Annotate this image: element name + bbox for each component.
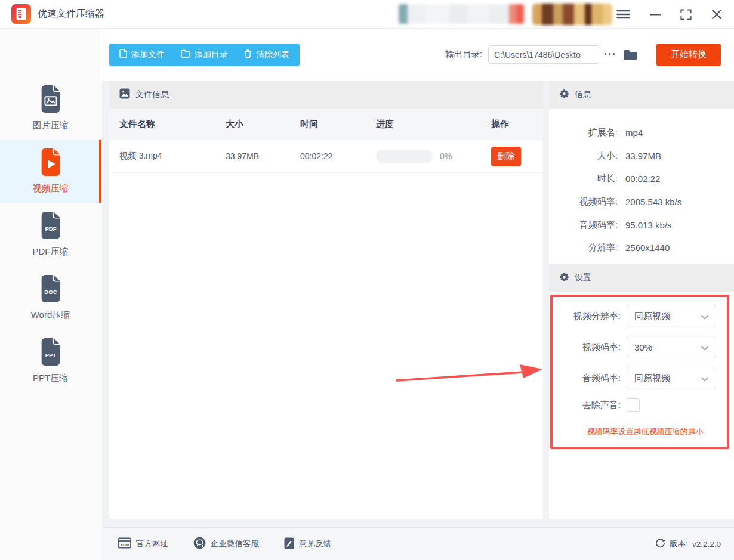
maximize-icon[interactable] <box>679 8 693 21</box>
file-time-cell: 00:02:22 <box>300 151 376 161</box>
ppt-compress-icon: PPT <box>37 338 64 369</box>
video-resolution-row: 视频分辨率: 同原视频 <box>549 305 734 327</box>
info-panel-title: 信息 <box>575 89 591 100</box>
file-panel-title: 文件信息 <box>135 89 169 100</box>
version-value: v2.2.2.0 <box>692 540 721 549</box>
delete-button[interactable]: 删除 <box>491 147 521 166</box>
word-compress-icon: DOC <box>37 274 64 305</box>
menu-icon[interactable] <box>615 8 631 20</box>
sidebar-item-label: 图片压缩 <box>33 120 69 131</box>
browser-com-icon: .com <box>118 537 131 550</box>
info-row-extension: 扩展名: mp4 <box>549 121 734 144</box>
video-resolution-select[interactable]: 同原视频 <box>627 305 716 327</box>
col-file-name: 文件名称 <box>119 119 226 130</box>
sidebar: 图片压缩 视频压缩 PDF PDF压缩 DOC <box>0 29 101 560</box>
remove-audio-row: 去除声音: <box>549 398 734 412</box>
audio-bitrate-row: 音频码率: 同原视频 <box>549 367 734 389</box>
video-bitrate-select[interactable]: 30% <box>627 336 716 358</box>
redacted-user-info <box>399 4 524 24</box>
start-convert-button[interactable]: 开始转换 <box>656 44 721 66</box>
info-row-audio-bitrate: 音频码率: 95.013 kb/s <box>549 214 734 237</box>
browse-more-button[interactable]: ··· <box>604 48 616 61</box>
svg-text:DOC: DOC <box>44 289 57 295</box>
output-dir-label: 输出目录: <box>445 49 482 60</box>
app-logo-icon <box>11 4 31 24</box>
settings-panel-title: 设置 <box>575 273 591 283</box>
footer-links: .com 官方网址 企业微信客服 <box>102 537 331 551</box>
official-website-link[interactable]: .com 官方网址 <box>118 537 168 550</box>
info-panel-header: 信息 <box>549 81 734 109</box>
progress-cell: 0% <box>376 150 491 163</box>
settings-panel-header: 设置 <box>549 264 734 292</box>
file-actions-group: 添加文件 添加目录 清除列表 <box>109 44 300 66</box>
folder-plus-icon <box>181 49 190 60</box>
col-progress: 进度 <box>376 119 491 130</box>
sidebar-item-label: 视频压缩 <box>33 183 69 194</box>
sidebar-item-label: PDF压缩 <box>33 246 69 258</box>
file-name-cell: 视频-3.mp4 <box>119 151 226 162</box>
svg-text:PDF: PDF <box>45 225 56 232</box>
image-compress-icon <box>37 85 64 116</box>
wechat-chat-icon <box>193 537 206 551</box>
info-row-duration: 时长: 00:02:22 <box>549 167 734 190</box>
action-cell: 删除 <box>491 147 533 166</box>
open-folder-icon[interactable] <box>623 48 638 61</box>
info-row-video-bitrate: 视频码率: 2005.543 kb/s <box>549 190 734 214</box>
wechat-service-link[interactable]: 企业微信客服 <box>193 537 259 551</box>
info-row-resolution: 分辨率: 2560x1440 <box>549 236 734 259</box>
output-dir-input[interactable] <box>488 45 599 64</box>
sidebar-item-label: Word压缩 <box>31 310 70 321</box>
file-plus-icon <box>119 49 127 60</box>
col-size: 大小 <box>226 119 300 130</box>
info-settings-panel: 信息 扩展名: mp4 大小: 33.97MB 时长: 00:02:22 视频码… <box>549 81 734 519</box>
chevron-down-icon <box>701 311 708 321</box>
version-label: 版本: <box>670 539 688 549</box>
window-controls <box>615 0 723 29</box>
sidebar-item-word-compress[interactable]: DOC Word压缩 <box>0 266 101 329</box>
app-title: 优速文件压缩器 <box>38 8 104 20</box>
toolbar: 添加文件 添加目录 清除列表 <box>102 29 734 81</box>
table-row[interactable]: 视频-3.mp4 33.97MB 00:02:22 0% 删除 <box>109 140 543 173</box>
col-action: 操作 <box>491 119 533 130</box>
trash-icon <box>244 49 252 60</box>
bottom-bar: .com 官方网址 企业微信客服 <box>102 527 734 560</box>
titlebar: 优速文件压缩器 <box>0 0 734 29</box>
refresh-icon[interactable] <box>655 538 665 550</box>
sidebar-item-image-compress[interactable]: 图片压缩 <box>0 76 101 140</box>
main-content: 添加文件 添加目录 清除列表 <box>102 29 734 560</box>
feedback-link[interactable]: 意见反馈 <box>284 537 331 551</box>
video-compress-icon <box>37 148 64 179</box>
audio-bitrate-select[interactable]: 同原视频 <box>627 367 716 389</box>
file-info-panel: 文件信息 文件名称 大小 时间 进度 操作 视频-3.mp4 33.97MB 0… <box>109 81 543 519</box>
bitrate-hint-text: 视频码率设置越低视频压缩的越小 <box>549 426 734 437</box>
version-area: 版本: v2.2.2.0 <box>655 538 721 550</box>
add-file-button[interactable]: 添加文件 <box>119 49 165 60</box>
sidebar-item-label: PPT压缩 <box>33 373 68 384</box>
media-info-list: 扩展名: mp4 大小: 33.97MB 时长: 00:02:22 视频码率: … <box>549 109 734 264</box>
output-cluster: 输出目录: ··· 开始转换 <box>445 44 721 66</box>
close-icon[interactable] <box>710 8 723 21</box>
sidebar-item-ppt-compress[interactable]: PPT PPT压缩 <box>0 329 101 392</box>
remove-audio-checkbox[interactable] <box>627 398 640 412</box>
clear-list-button[interactable]: 清除列表 <box>244 49 289 60</box>
svg-text:PPT: PPT <box>45 352 56 358</box>
photo-icon <box>119 88 130 101</box>
progress-bar <box>376 150 433 163</box>
pdf-compress-icon: PDF <box>37 211 64 242</box>
minimize-icon[interactable] <box>649 8 662 20</box>
feedback-pen-icon <box>284 537 294 551</box>
chevron-down-icon <box>701 342 708 352</box>
file-panel-header: 文件信息 <box>109 81 543 109</box>
add-directory-button[interactable]: 添加目录 <box>181 49 228 60</box>
sidebar-item-pdf-compress[interactable]: PDF PDF压缩 <box>0 203 101 266</box>
chevron-down-icon <box>701 373 708 383</box>
video-bitrate-row: 视频码率: 30% <box>549 336 734 358</box>
col-time: 时间 <box>300 119 376 130</box>
sidebar-item-video-compress[interactable]: 视频压缩 <box>0 140 101 203</box>
progress-percent: 0% <box>440 151 452 161</box>
redacted-account-badge <box>532 4 612 25</box>
file-size-cell: 33.97MB <box>226 151 300 161</box>
svg-text:.com: .com <box>120 543 129 547</box>
settings-body: 视频分辨率: 同原视频 视频码率: 30% 音频码率: <box>549 292 734 519</box>
info-row-size: 大小: 33.97MB <box>549 144 734 168</box>
